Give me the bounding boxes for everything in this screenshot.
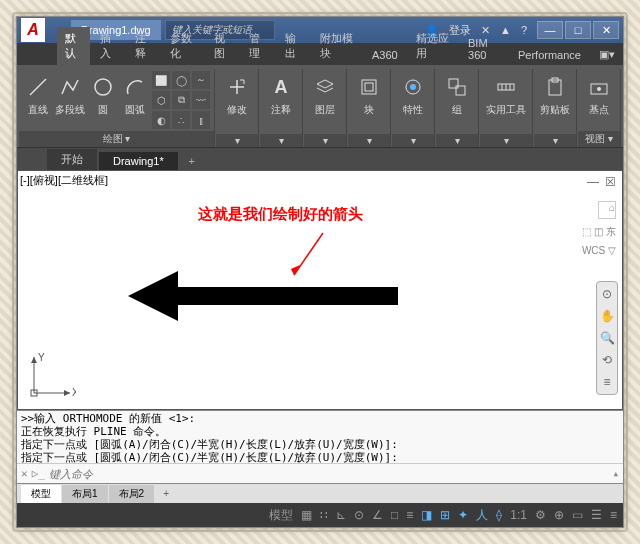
- units-icon[interactable]: ▭: [572, 508, 583, 522]
- arc-button[interactable]: 圆弧: [120, 71, 150, 119]
- ribbon-tabs: 默认 插入 注释 参数化 视图 管理 输出 附加模块 A360 精选应用 BIM…: [17, 43, 623, 65]
- tool-icon[interactable]: ⬜: [152, 71, 170, 89]
- command-input[interactable]: [49, 468, 609, 480]
- orbit-icon[interactable]: ⟲: [599, 352, 615, 368]
- polar-icon[interactable]: ⊙: [354, 508, 364, 522]
- ribbon: 直线 多段线 圆 圆弧 ⬜◯～ ⬡⧉〰 ◐∴⫿ 绘图 ▾ 修改▾ A注释▾ 图层…: [17, 65, 623, 148]
- svg-line-16: [294, 233, 323, 275]
- polyline-button[interactable]: 多段线: [55, 71, 85, 119]
- file-tab-add[interactable]: +: [180, 152, 204, 170]
- layout-tab-add[interactable]: +: [155, 486, 177, 501]
- steering-wheel-icon[interactable]: ⊙: [599, 286, 615, 302]
- command-close-icon[interactable]: ✕: [21, 467, 28, 480]
- quickprops-icon[interactable]: ☰: [591, 508, 602, 522]
- layout-tab-model[interactable]: 模型: [21, 485, 61, 503]
- drawing-canvas[interactable]: [-][俯视][二维线框] —☒ 这就是我们绘制好的箭头 X Y ⌂ ⬚ ◫ 东…: [17, 170, 623, 410]
- ribbon-tab-parametric[interactable]: 参数化: [162, 27, 204, 65]
- panel-label[interactable]: ▾: [436, 134, 478, 147]
- layout-tab-1[interactable]: 布局1: [62, 485, 108, 503]
- ribbon-tab-expand[interactable]: ▣▾: [591, 44, 623, 65]
- dynamic-input-icon[interactable]: 人: [476, 507, 488, 524]
- polyline-icon: [56, 73, 84, 101]
- showmotion-icon[interactable]: ≡: [599, 374, 615, 390]
- ucs-icon[interactable]: X Y: [26, 351, 76, 401]
- osnap-icon[interactable]: □: [391, 508, 398, 522]
- clipboard-button[interactable]: 剪贴板: [538, 71, 572, 119]
- maximize-button[interactable]: □: [565, 21, 591, 39]
- panel-label[interactable]: ▾: [534, 134, 576, 147]
- annomonitor-icon[interactable]: ⊕: [554, 508, 564, 522]
- scale-label[interactable]: 1:1: [510, 508, 527, 522]
- grid-icon[interactable]: ▦: [301, 508, 312, 522]
- panel-label[interactable]: ▾: [480, 134, 532, 147]
- group-button[interactable]: 组: [440, 71, 474, 119]
- ribbon-tab-insert[interactable]: 插入: [92, 27, 125, 65]
- selection-icon[interactable]: ⊞: [440, 508, 450, 522]
- layout-tab-2[interactable]: 布局2: [109, 485, 155, 503]
- layer-button[interactable]: 图层: [308, 71, 342, 119]
- ribbon-tab-output[interactable]: 输出: [277, 27, 310, 65]
- ribbon-tab-bim360[interactable]: BIM 360: [460, 33, 508, 65]
- isodraft-icon[interactable]: ∠: [372, 508, 383, 522]
- annotation-button[interactable]: A注释: [264, 71, 298, 119]
- tool-icon[interactable]: ∴: [172, 111, 190, 129]
- panel-label[interactable]: 视图 ▾: [578, 131, 620, 147]
- file-tab-active[interactable]: Drawing1*: [99, 152, 178, 170]
- line-button[interactable]: 直线: [23, 71, 53, 119]
- basepoint-button[interactable]: 基点: [582, 71, 616, 119]
- block-button[interactable]: 块: [352, 71, 386, 119]
- file-tab-start[interactable]: 开始: [47, 149, 97, 170]
- panel-label[interactable]: ▾: [392, 134, 434, 147]
- annoscale-icon[interactable]: ⟠: [496, 508, 502, 522]
- customize-icon[interactable]: ≡: [610, 508, 617, 522]
- panel-label[interactable]: ▾: [260, 134, 302, 147]
- tool-icon[interactable]: ◐: [152, 111, 170, 129]
- modify-button[interactable]: 修改: [220, 71, 254, 119]
- properties-button[interactable]: 特性: [396, 71, 430, 119]
- svg-line-0: [30, 79, 46, 95]
- viewport-minimize-icon[interactable]: —: [587, 175, 599, 189]
- cmd-line: 指定下一点或 [圆弧(A)/闭合(C)/半宽(H)/长度(L)/放弃(U)/宽度…: [21, 438, 619, 451]
- help-icon[interactable]: ?: [521, 24, 527, 36]
- tool-icon[interactable]: ～: [192, 71, 210, 89]
- ribbon-tab-addins[interactable]: 附加模块: [312, 27, 362, 65]
- close-button[interactable]: ✕: [593, 21, 619, 39]
- tool-icon[interactable]: 〰: [192, 91, 210, 109]
- tool-icon[interactable]: ⫿: [192, 111, 210, 129]
- ribbon-tab-view[interactable]: 视图: [206, 27, 239, 65]
- ribbon-tab-manage[interactable]: 管理: [241, 27, 274, 65]
- ortho-icon[interactable]: ⊾: [336, 508, 346, 522]
- ribbon-tab-featured[interactable]: 精选应用: [408, 27, 458, 65]
- zoom-icon[interactable]: 🔍: [599, 330, 615, 346]
- panel-label[interactable]: ▾: [304, 134, 346, 147]
- panel-label[interactable]: ▾: [216, 134, 258, 147]
- circle-button[interactable]: 圆: [88, 71, 118, 119]
- minimize-button[interactable]: —: [537, 21, 563, 39]
- app-menu-button[interactable]: A: [21, 18, 45, 42]
- status-model-button[interactable]: 模型: [269, 507, 293, 524]
- transparency-icon[interactable]: ◨: [421, 508, 432, 522]
- viewport-close-icon[interactable]: ☒: [605, 175, 616, 189]
- utilities-button[interactable]: 实用工具: [484, 71, 528, 119]
- pan-icon[interactable]: ✋: [599, 308, 615, 324]
- ribbon-tab-a360[interactable]: A360: [364, 45, 406, 65]
- snap-icon[interactable]: ∷: [320, 508, 328, 522]
- tool-icon[interactable]: ◯: [172, 71, 190, 89]
- gizmo-icon[interactable]: ✦: [458, 508, 468, 522]
- command-log: >>输入 ORTHOMODE 的新值 <1>: 正在恢复执行 PLINE 命令。…: [17, 411, 623, 463]
- viewcube[interactable]: ⌂ ⬚ ◫ 东 WCS ▽: [582, 201, 616, 256]
- status-bar: 模型 ▦ ∷ ⊾ ⊙ ∠ □ ≡ ◨ ⊞ ✦ 人 ⟠ 1:1 ⚙ ⊕ ▭ ☰ ≡: [17, 503, 623, 527]
- command-menu-icon[interactable]: ▴: [612, 467, 619, 480]
- viewport-label[interactable]: [-][俯视][二维线框]: [20, 173, 108, 188]
- workspace-icon[interactable]: ⚙: [535, 508, 546, 522]
- ribbon-tab-annotate[interactable]: 注释: [127, 27, 160, 65]
- lineweight-icon[interactable]: ≡: [406, 508, 413, 522]
- command-area: >>输入 ORTHOMODE 的新值 <1>: 正在恢复执行 PLINE 命令。…: [17, 410, 623, 483]
- tool-icon[interactable]: ⬡: [152, 91, 170, 109]
- panel-label[interactable]: ▾: [348, 134, 390, 147]
- panel-label-draw[interactable]: 绘图 ▾: [19, 131, 214, 147]
- tool-icon[interactable]: ⧉: [172, 91, 190, 109]
- modify-icon: [223, 73, 251, 101]
- ribbon-tab-performance[interactable]: Performance: [510, 45, 589, 65]
- ribbon-tab-default[interactable]: 默认: [57, 27, 90, 65]
